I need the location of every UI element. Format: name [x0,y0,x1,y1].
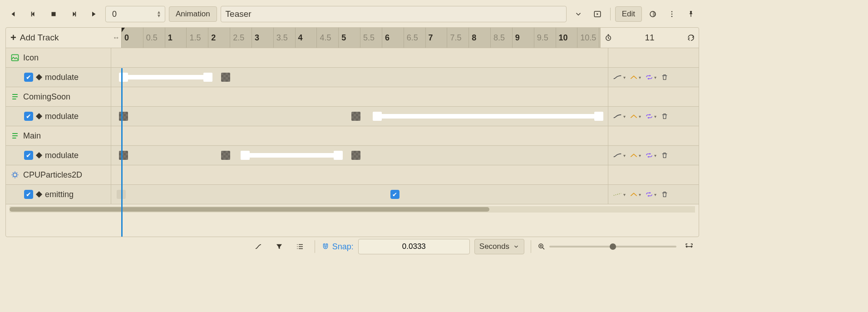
keyframe[interactable] [334,151,343,160]
delete-track-button[interactable] [659,72,670,82]
node-timeline[interactable] [121,165,608,184]
delete-track-button[interactable] [659,150,670,160]
interpolation-control[interactable]: ▾ [628,191,643,198]
update-mode-control[interactable]: ▾ [611,152,627,159]
fit-zoom-button[interactable] [681,239,697,254]
pin-button[interactable] [683,6,699,22]
animation-menu-button[interactable]: Animation [169,6,217,22]
play-button[interactable] [85,6,102,22]
ruler-tick: 0 [121,28,129,48]
ruler-tick: 2 [208,28,216,48]
loop-wrap-control[interactable]: ▾ [644,190,658,198]
keyframe[interactable] [373,112,382,121]
add-track-button[interactable]: + Add Track [6,28,111,48]
frame-input[interactable] [111,9,140,20]
track-enable-checkbox[interactable]: ✔ [24,190,33,199]
node-row[interactable]: ComingSoon [6,87,699,107]
node-row[interactable]: Icon [6,48,699,68]
keyframe[interactable] [221,151,230,160]
keyframe[interactable] [203,73,212,82]
property-track-row[interactable]: ✔emitting✔▾▾▾ [6,185,699,204]
animation-length[interactable]: 11 [616,33,683,43]
zoom-slider[interactable] [538,243,676,251]
node-row[interactable]: Main [6,126,699,146]
spinner-arrows-icon[interactable]: ▲▼ [157,10,161,18]
ruler-tick: 9.5 [534,28,548,48]
track-timeline[interactable]: ✔ [121,185,608,204]
interpolation-control[interactable]: ▾ [628,152,643,159]
track-timeline[interactable] [121,146,608,165]
node-name: ComingSoon [23,92,70,102]
frame-spinner[interactable]: ▲▼ [105,6,165,22]
svg-rect-0 [31,12,32,17]
column-resize-handle[interactable]: ↔ [111,28,121,48]
step-back-button[interactable] [25,6,42,22]
edit-menu-button[interactable]: Edit [615,6,642,22]
onion-skin-button[interactable] [645,6,661,22]
keyframe[interactable] [119,112,128,121]
timeline-header: + Add Track ↔ 00.511.522.533.544.555.566… [6,28,699,48]
track-enable-checkbox[interactable]: ✔ [24,73,33,82]
update-mode-control[interactable]: ▾ [611,74,627,81]
track-enable-checkbox[interactable]: ✔ [24,151,33,160]
time-ruler[interactable]: 00.511.522.533.544.555.566.577.588.599.5… [121,28,600,48]
keyframe[interactable] [117,190,126,199]
loop-button[interactable] [687,34,695,42]
interpolation-control[interactable]: ▾ [628,113,643,120]
delete-track-button[interactable] [659,111,670,121]
keyframe[interactable] [594,112,603,121]
track-timeline[interactable] [121,107,608,126]
keyframe[interactable]: ✔ [390,190,399,199]
node-timeline[interactable] [121,48,608,67]
keyframe[interactable] [221,73,230,82]
track-enable-checkbox[interactable]: ✔ [24,112,33,121]
update-mode-control[interactable]: ▾ [611,191,627,198]
snap-toggle[interactable]: Snap: [321,242,354,252]
node-timeline[interactable] [121,126,608,145]
step-forward-button[interactable] [65,6,82,22]
loop-wrap-control[interactable]: ▾ [644,151,658,159]
loop-wrap-control[interactable]: ▾ [644,73,658,81]
zoom-in-icon[interactable] [538,243,546,251]
filter-button[interactable] [271,239,287,254]
list-view-button[interactable] [292,239,308,254]
loop-wrap-control[interactable]: ▾ [644,112,658,120]
autoplay-button[interactable] [589,6,606,22]
snap-value-input[interactable] [358,239,470,254]
update-mode-control[interactable]: ▾ [611,113,627,120]
node-name: Main [23,131,41,141]
bezier-curve-button[interactable] [250,239,266,254]
time-unit-select[interactable]: Seconds [474,239,524,254]
node-row[interactable]: CPUParticles2D [6,165,699,185]
zoom-handle[interactable] [610,243,616,250]
property-name: modulate [45,151,79,160]
node-type-icon [10,131,20,140]
animation-select-dropdown[interactable] [570,6,587,22]
property-track-row[interactable]: ✔modulate▾▾▾ [6,107,699,126]
horizontal-scrollbar[interactable] [10,206,695,213]
keyframe[interactable] [119,151,128,160]
node-type-icon [10,92,20,101]
ruler-tick: 5.5 [360,28,375,48]
keyframe[interactable] [119,73,128,82]
property-track-row[interactable]: ✔modulate▾▾▾ [6,146,699,165]
keyframe-icon [36,191,42,198]
play-backwards-button[interactable] [5,6,22,22]
ruler-tick: 8 [469,28,476,48]
animation-name-field[interactable]: Teaser [221,6,567,22]
property-track-row[interactable]: ✔modulate▾▾▾ [6,68,699,87]
track-timeline[interactable] [121,68,608,87]
interpolation-control[interactable]: ▾ [628,74,643,81]
delete-track-button[interactable] [659,189,670,199]
svg-point-10 [13,173,17,177]
keyframe[interactable] [351,151,360,160]
more-options-button[interactable] [664,6,680,22]
keyframe-icon [36,152,42,158]
keyframe[interactable] [241,151,250,160]
stop-button[interactable] [45,6,62,22]
scrollbar-thumb[interactable] [10,207,489,212]
node-timeline[interactable] [121,87,608,106]
svg-point-13 [297,248,298,249]
stopwatch-icon[interactable] [604,34,612,42]
keyframe[interactable] [351,112,360,121]
